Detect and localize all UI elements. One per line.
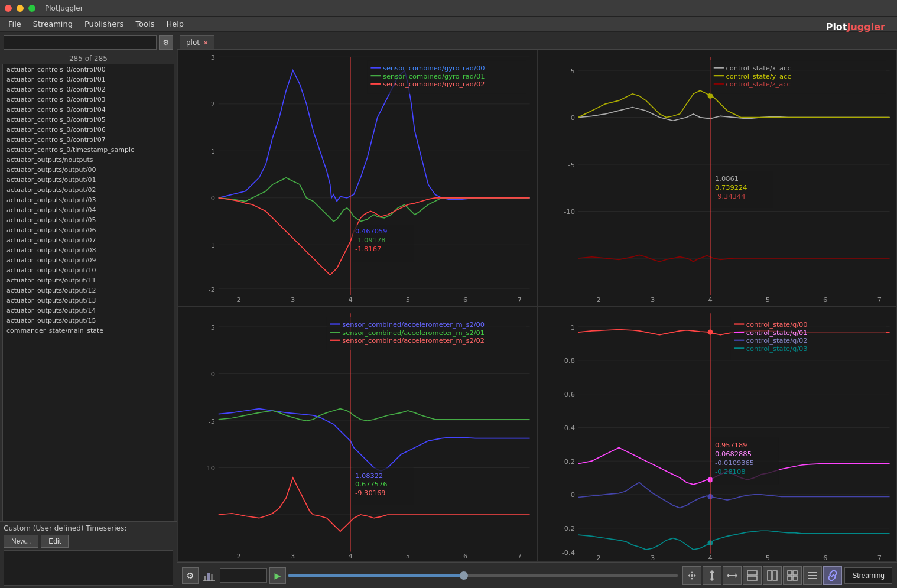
svg-rect-129 <box>204 576 206 581</box>
signal-item[interactable]: actuator_outputs/output/05 <box>3 215 174 225</box>
signal-item[interactable]: actuator_controls_0/control/04 <box>3 105 174 115</box>
signal-item[interactable]: actuator_outputs/output/11 <box>3 275 174 285</box>
vert-scale-button[interactable] <box>703 566 722 585</box>
title-bar: PlotJuggler <box>0 0 897 17</box>
signal-item[interactable]: actuator_controls_0/control/00 <box>3 64 174 74</box>
svg-text:-5: -5 <box>568 161 575 169</box>
signal-item[interactable]: actuator_outputs/output/01 <box>3 175 174 185</box>
signal-item[interactable]: actuator_outputs/output/02 <box>3 185 174 195</box>
add-plot-v-button[interactable] <box>763 566 782 585</box>
tab-bar: plot ✕ <box>177 32 897 50</box>
maximize-button[interactable] <box>28 5 35 12</box>
split-button[interactable] <box>783 566 802 585</box>
play-button[interactable]: ▶ <box>269 567 286 584</box>
link-button[interactable] <box>823 566 842 585</box>
svg-text:3: 3 <box>291 295 295 304</box>
svg-text:0: 0 <box>211 194 215 202</box>
svg-text:0: 0 <box>211 370 215 378</box>
signal-item[interactable]: actuator_outputs/output/15 <box>3 316 174 326</box>
svg-text:7: 7 <box>518 551 522 560</box>
menu-tools[interactable]: Tools <box>129 18 160 30</box>
search-input[interactable] <box>4 35 157 50</box>
scrubber-track[interactable] <box>288 574 678 577</box>
new-timeseries-button[interactable]: New... <box>4 535 38 548</box>
signal-item[interactable]: actuator_controls_0/timestamp_sample <box>3 145 174 155</box>
tab-close-icon[interactable]: ✕ <box>203 40 208 46</box>
scrubber-thumb[interactable] <box>460 571 468 580</box>
svg-rect-139 <box>773 571 777 580</box>
signal-item[interactable]: actuator_outputs/output/04 <box>3 205 174 215</box>
signal-item[interactable]: actuator_outputs/output/06 <box>3 225 174 235</box>
signal-item[interactable]: actuator_outputs/output/00 <box>3 165 174 175</box>
list-view-button[interactable] <box>803 566 822 585</box>
menu-publishers[interactable]: Publishers <box>79 18 129 30</box>
svg-text:control_state/q/02: control_state/q/02 <box>746 336 808 345</box>
streaming-button[interactable]: Streaming <box>844 567 892 584</box>
gear-icon-btn[interactable]: ⚙ <box>159 35 173 50</box>
chart-bottom-left[interactable]: 5 0 -5 -10 2 3 4 5 6 7 <box>177 306 537 563</box>
menu-streaming[interactable]: Streaming <box>27 18 79 30</box>
edit-timeseries-button[interactable]: Edit <box>41 535 69 548</box>
signal-item[interactable]: actuator_outputs/output/10 <box>3 265 174 275</box>
signal-item[interactable]: actuator_outputs/output/14 <box>3 306 174 316</box>
signal-item[interactable]: actuator_outputs/output/08 <box>3 245 174 255</box>
settings-button[interactable]: ⚙ <box>182 567 199 584</box>
chart-top-right[interactable]: 5 0 -5 -10 2 3 4 5 6 7 <box>537 50 897 306</box>
menu-bar: File Streaming Publishers Tools Help Plo… <box>0 17 897 32</box>
signal-item[interactable]: commander_state/main_state <box>3 326 174 336</box>
svg-text:5: 5 <box>571 67 575 75</box>
svg-text:-9.34344: -9.34344 <box>715 192 745 200</box>
svg-point-114 <box>707 329 713 334</box>
svg-text:-0.2: -0.2 <box>562 524 575 532</box>
signal-item[interactable]: actuator_outputs/output/07 <box>3 235 174 245</box>
svg-point-48 <box>707 93 713 99</box>
signal-item[interactable]: actuator_outputs/noutputs <box>3 155 174 165</box>
bottom-toolbar: ⚙ 3.518 ▶ <box>177 562 897 588</box>
svg-text:control_state/q/01: control_state/q/01 <box>746 328 808 336</box>
svg-text:4: 4 <box>708 554 712 561</box>
tab-plot[interactable]: plot ✕ <box>180 35 214 49</box>
move-tool-button[interactable] <box>682 566 701 585</box>
chart-top-left[interactable]: 3 2 1 0 -1 -2 2 3 4 5 6 7 <box>177 50 537 306</box>
signal-item[interactable]: actuator_controls_0/control/05 <box>3 115 174 125</box>
app-name-plot: Plot <box>826 21 847 33</box>
signal-item[interactable]: actuator_controls_0/control/07 <box>3 135 174 145</box>
svg-text:-10: -10 <box>564 207 575 216</box>
signal-item[interactable]: actuator_outputs/output/03 <box>3 195 174 205</box>
svg-text:-5: -5 <box>209 417 215 425</box>
signal-item[interactable]: actuator_controls_0/control/02 <box>3 85 174 95</box>
svg-text:6: 6 <box>823 554 827 561</box>
svg-text:0: 0 <box>571 113 575 122</box>
svg-text:1.08322: 1.08322 <box>355 471 383 479</box>
menu-file[interactable]: File <box>2 18 27 30</box>
scrubber-container[interactable] <box>288 570 678 581</box>
close-button[interactable] <box>5 5 12 12</box>
svg-text:control_state/y_acc: control_state/y_acc <box>726 72 791 80</box>
plot-area: 3 2 1 0 -1 -2 2 3 4 5 6 7 <box>177 50 897 562</box>
svg-text:2: 2 <box>236 295 240 304</box>
time-input[interactable]: 3.518 <box>220 568 267 583</box>
minimize-button[interactable] <box>17 5 24 12</box>
svg-text:3: 3 <box>211 53 215 61</box>
svg-text:sensor_combined/gyro_rad/02: sensor_combined/gyro_rad/02 <box>383 80 485 88</box>
svg-text:-1: -1 <box>209 241 215 249</box>
horiz-scale-button[interactable] <box>723 566 742 585</box>
signal-item[interactable]: actuator_outputs/output/09 <box>3 255 174 265</box>
signal-item[interactable]: actuator_controls_0/control/03 <box>3 95 174 105</box>
svg-text:5: 5 <box>406 295 410 304</box>
signal-item[interactable]: actuator_controls_0/control/01 <box>3 74 174 85</box>
chart-bottom-right[interactable]: 1 0.8 0.6 0.4 0.2 0 -0.2 -0.4 2 3 4 5 6 … <box>537 306 897 563</box>
left-panel: ⚙ 285 of 285 actuator_controls_0/control… <box>0 32 177 588</box>
right-panel: plot ✕ 3 2 <box>177 32 897 588</box>
svg-rect-130 <box>207 573 210 581</box>
signal-item[interactable]: actuator_outputs/output/12 <box>3 285 174 295</box>
view-icons <box>682 566 842 585</box>
signal-item[interactable]: actuator_outputs/output/13 <box>3 295 174 306</box>
svg-text:1: 1 <box>571 323 575 331</box>
signal-list[interactable]: actuator_controls_0/control/00actuator_c… <box>2 64 174 521</box>
add-plot-h-button[interactable] <box>743 566 762 585</box>
tab-label: plot <box>186 38 200 47</box>
menu-help[interactable]: Help <box>160 18 190 30</box>
signal-item[interactable]: actuator_controls_0/control/06 <box>3 125 174 135</box>
svg-text:0.4: 0.4 <box>564 423 575 431</box>
